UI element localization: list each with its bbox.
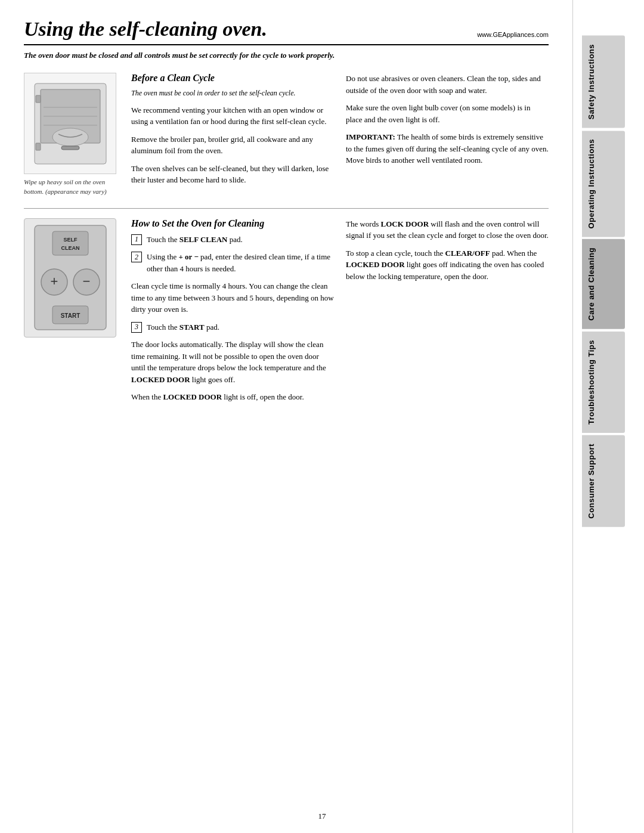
right-para2-mid: pad. When the [490, 249, 537, 258]
step3-bold: START [179, 323, 205, 332]
section-divider [24, 208, 549, 209]
right-para1-bold: LOCK DOOR [381, 219, 429, 228]
sidebar-tab-safety[interactable]: Safety Instructions [582, 36, 625, 128]
svg-text:−: − [82, 274, 90, 289]
step-3-number: 3 [131, 322, 142, 333]
svg-text:SELF: SELF [63, 237, 78, 243]
right-para2-bold1: CLEAR/OFF [445, 249, 490, 258]
before-clean-left: Before a Clean Cycle The oven must be co… [131, 73, 334, 196]
para3-suffix: light is off, open the door. [222, 392, 304, 401]
right-para2-text: To stop a clean cycle, touch the [346, 249, 445, 258]
page-title: Using the self-cleaning oven. [24, 18, 267, 41]
before-clean-heading: Before a Clean Cycle [131, 73, 334, 83]
how-to-content: How to Set the Oven for Cleaning 1 Touch… [131, 218, 549, 409]
how-to-heading: How to Set the Oven for Cleaning [131, 218, 334, 229]
right-para2-bold2: LOCKED DOOR [346, 260, 405, 269]
svg-text:+: + [50, 274, 58, 289]
step2-prefix: Using the [147, 252, 178, 261]
svg-rect-4 [36, 95, 41, 103]
page-subtitle: The oven door must be closed and all con… [24, 50, 549, 61]
page-wrapper: Using the self-cleaning oven. www.GEAppl… [0, 0, 644, 833]
step1-prefix: Touch the [147, 235, 179, 244]
step-1-text: Touch the SELF CLEAN pad. [147, 234, 334, 246]
para3-prefix: When the [131, 392, 163, 401]
right-para1-prefix: The words [346, 219, 381, 228]
before-clean-section: Wipe up heavy soil on the oven bottom. (… [24, 73, 549, 196]
how-to-para2: The door locks automatically. The displa… [131, 339, 334, 385]
how-to-para3: When the LOCKED DOOR light is off, open … [131, 391, 334, 403]
step2-bold: + or − [178, 252, 198, 261]
svg-rect-10 [52, 231, 88, 255]
how-to-right-para2: To stop a clean cycle, touch the CLEAR/O… [346, 247, 549, 283]
step1-suffix: pad. [227, 235, 242, 244]
how-to-left: How to Set the Oven for Cleaning 1 Touch… [131, 218, 334, 409]
sidebar-tab-consumer[interactable]: Consumer Support [582, 435, 625, 527]
step-2: 2 Using the + or − pad, enter the desire… [131, 251, 334, 274]
website-url: www.GEAppliances.com [477, 31, 549, 41]
page-number: 17 [318, 812, 326, 821]
before-clean-para1: We recommend venting your kitchen with a… [131, 104, 334, 128]
step3-suffix: pad. [205, 323, 219, 332]
main-content: Using the self-cleaning oven. www.GEAppl… [0, 0, 572, 833]
step-3-text: Touch the START pad. [147, 321, 334, 333]
before-clean-right-para1: Do not use abrasives or oven cleaners. C… [346, 73, 549, 96]
svg-rect-5 [36, 143, 41, 150]
before-clean-para3: The oven shelves can be self-cleaned, bu… [131, 163, 334, 186]
panel-image-container: SELF CLEAN + − START [24, 218, 119, 409]
oven-image [24, 73, 116, 174]
step3-prefix: Touch the [147, 323, 179, 332]
para2-bold: LOCKED DOOR [131, 375, 190, 384]
important-label: IMPORTANT: [346, 132, 395, 141]
image-caption: Wipe up heavy soil on the oven bottom. (… [24, 178, 119, 196]
oven-image-container: Wipe up heavy soil on the oven bottom. (… [24, 73, 119, 196]
before-clean-content: Before a Clean Cycle The oven must be co… [131, 73, 549, 196]
how-to-section: SELF CLEAN + − START [24, 218, 549, 409]
step-1: 1 Touch the SELF CLEAN pad. [131, 234, 334, 246]
step-1-number: 1 [131, 234, 142, 245]
how-to-right: The words LOCK DOOR will flash and the o… [346, 218, 549, 409]
page-header: Using the self-cleaning oven. www.GEAppl… [24, 18, 549, 45]
svg-text:CLEAN: CLEAN [61, 245, 79, 251]
panel-image: SELF CLEAN + − START [24, 218, 116, 337]
how-to-para1: Clean cycle time is normally 4 hours. Yo… [131, 280, 334, 315]
sidebar-tab-care[interactable]: Care and Cleaning [582, 239, 625, 329]
before-clean-note: The oven must be cool in order to set th… [131, 88, 334, 98]
how-to-right-para1: The words LOCK DOOR will flash and the o… [346, 218, 549, 241]
para2-suffix: light goes off. [190, 375, 236, 384]
svg-rect-3 [61, 146, 79, 150]
oven-illustration [29, 78, 112, 170]
step-2-text: Using the + or − pad, enter the desired … [147, 251, 334, 274]
sidebar-tab-troubleshooting[interactable]: Troubleshooting Tips [582, 332, 625, 433]
control-panel-illustration: SELF CLEAN + − START [32, 222, 109, 333]
para3-bold: LOCKED DOOR [163, 392, 222, 401]
step-3: 3 Touch the START pad. [131, 321, 334, 333]
before-clean-para2: Remove the broiler pan, broiler grid, al… [131, 134, 334, 157]
step-2-number: 2 [131, 252, 142, 262]
before-clean-right: Do not use abrasives or oven cleaners. C… [346, 73, 549, 196]
para2-prefix: The door locks automatically. The displa… [131, 340, 326, 372]
before-clean-right-para2: Make sure the oven light bulb cover (on … [346, 102, 549, 125]
svg-text:START: START [60, 312, 80, 319]
sidebar: Safety Instructions Operating Instructio… [572, 0, 625, 833]
sidebar-tab-operating[interactable]: Operating Instructions [582, 131, 625, 237]
step1-bold: SELF CLEAN [179, 235, 228, 244]
before-clean-right-para3: IMPORTANT: The health of some birds is e… [346, 131, 549, 166]
